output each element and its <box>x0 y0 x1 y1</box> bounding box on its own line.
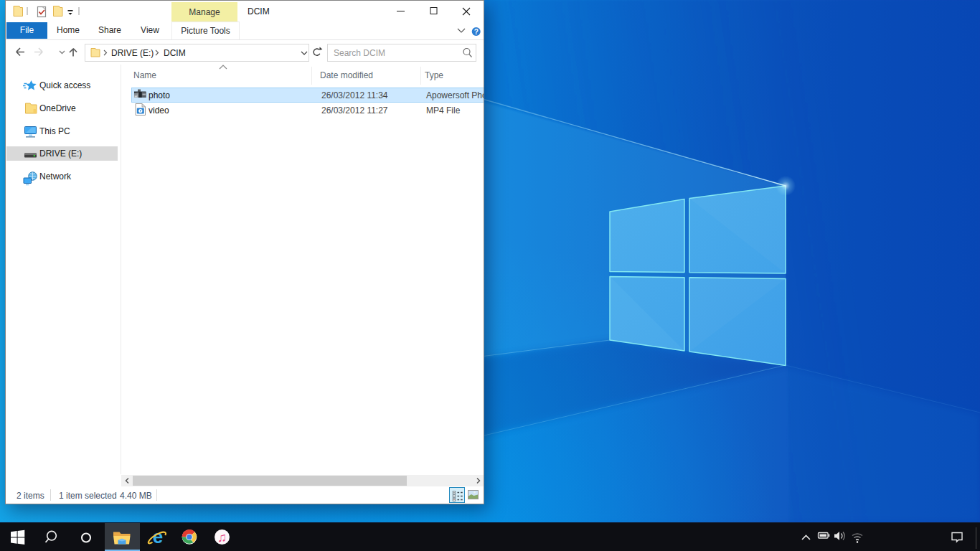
svg-text:♫: ♫ <box>217 530 227 545</box>
svg-text:?: ? <box>474 28 479 36</box>
